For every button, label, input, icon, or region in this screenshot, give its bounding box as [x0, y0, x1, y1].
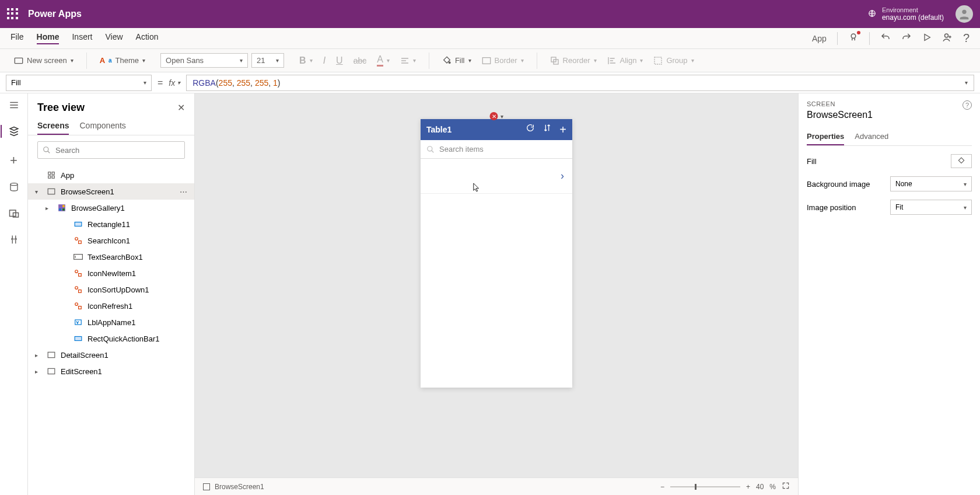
tree-view-title: Tree view [37, 102, 85, 114]
expand-icon[interactable]: ▸ [35, 368, 42, 375]
align-button[interactable]: Align▾ [604, 54, 647, 68]
expand-icon[interactable]: ▸ [46, 205, 52, 211]
menu-file[interactable]: File [10, 32, 24, 44]
device-search[interactable]: Search items [421, 140, 572, 159]
zoom-slider[interactable] [670, 486, 740, 487]
group-button[interactable]: Group▾ [650, 54, 697, 68]
tree-item[interactable]: IconSortUpDown1 [28, 281, 194, 298]
props-tab-advanced[interactable]: Advanced [855, 128, 888, 145]
fill-button[interactable]: Fill▾ [439, 54, 475, 68]
font-color-button[interactable]: A▾ [373, 52, 393, 69]
menu-action[interactable]: Action [136, 32, 159, 44]
expand-icon[interactable]: ▾ [35, 189, 42, 195]
menu-view[interactable]: View [105, 32, 123, 44]
help-icon[interactable]: ? [963, 32, 970, 45]
insert-icon[interactable]: + [10, 153, 18, 168]
tree-item-label: EditScreen1 [61, 367, 102, 376]
formula-input[interactable]: RGBA(255, 255, 255, 1) ▾ [186, 75, 974, 91]
tree-tab-screens[interactable]: Screens [37, 117, 69, 135]
chevron-down-icon: ▾ [71, 57, 74, 64]
svg-point-33 [75, 303, 78, 306]
tree-item[interactable]: ▾BrowseScreen1⋯ [28, 183, 194, 200]
svg-rect-6 [482, 57, 490, 64]
environment-picker[interactable]: Environment enayu.com (default) [868, 6, 944, 22]
svg-rect-25 [75, 222, 82, 226]
tree-item[interactable]: ▸BrowseGallery1 [28, 200, 194, 216]
canvas[interactable]: ✕ ▾ Table1 + Search items › [195, 93, 798, 495]
italic-button[interactable]: I [320, 53, 329, 68]
share-icon[interactable] [942, 32, 953, 45]
tree-item-label: SearchIcon1 [88, 236, 130, 245]
tree-search-input[interactable] [37, 141, 185, 159]
tree-item[interactable]: RectQuickActionBar1 [28, 330, 194, 347]
svg-point-1 [962, 10, 966, 14]
zoom-in-button[interactable]: + [746, 483, 750, 491]
screen-icon [203, 483, 210, 490]
fit-to-window-icon[interactable] [782, 482, 790, 491]
device-title: Table1 [426, 125, 452, 134]
theme-button[interactable]: Aa Theme ▾ [96, 54, 149, 67]
formula-bar: Fill▾ = fx▾ RGBA(255, 255, 255, 1) ▾ [0, 72, 980, 93]
bold-button[interactable]: B▾ [296, 53, 316, 68]
new-screen-button[interactable]: New screen ▾ [10, 54, 77, 67]
strike-button[interactable]: abc [350, 54, 370, 68]
border-button[interactable]: Border▾ [478, 54, 527, 67]
tree-item[interactable]: TextSearchBox1 [28, 249, 194, 265]
media-icon[interactable] [9, 209, 19, 221]
tree-item[interactable]: App [28, 167, 194, 183]
tree-item[interactable]: IconRefresh1 [28, 298, 194, 314]
add-icon[interactable]: + [559, 123, 566, 137]
tree-view-icon[interactable] [9, 126, 19, 139]
menu-insert[interactable]: Insert [72, 32, 92, 44]
props-tab-properties[interactable]: Properties [807, 128, 844, 145]
tree-item-label: IconSortUpDown1 [88, 285, 149, 294]
play-icon[interactable] [922, 33, 932, 44]
app-checker-icon[interactable] [848, 32, 859, 45]
tree-item[interactable]: SearchIcon1 [28, 232, 194, 249]
tree-item[interactable]: IconNewItem1 [28, 265, 194, 281]
svg-point-15 [44, 147, 48, 152]
info-icon[interactable]: ? [963, 100, 972, 110]
tree-item[interactable]: LblAppName1 [28, 314, 194, 330]
bg-image-select[interactable]: None▾ [890, 176, 972, 191]
app-launcher-icon[interactable] [7, 8, 19, 20]
redo-icon[interactable] [901, 32, 912, 45]
svg-rect-9 [654, 57, 662, 64]
image-position-select[interactable]: Fit▾ [890, 200, 972, 215]
undo-icon[interactable] [880, 32, 891, 45]
expand-formula-icon[interactable]: ▾ [965, 79, 968, 86]
zoom-out-button[interactable]: − [660, 483, 664, 491]
sort-icon[interactable] [543, 123, 551, 137]
underline-button[interactable]: U [332, 53, 346, 68]
user-avatar[interactable] [956, 5, 973, 23]
close-icon[interactable]: ✕ [177, 102, 185, 113]
properties-panel: SCREEN BrowseScreen1 ? PropertiesAdvance… [798, 93, 980, 495]
prop-fill-label: Fill [807, 157, 817, 166]
error-indicator[interactable]: ✕ ▾ [490, 112, 503, 120]
fx-icon[interactable]: fx▾ [169, 78, 180, 88]
tree-item[interactable]: ▸DetailScreen1 [28, 347, 194, 363]
tree-item[interactable]: Rectangle11 [28, 216, 194, 232]
tree-item[interactable]: ▸EditScreen1 [28, 363, 194, 379]
text-align-button[interactable]: ▾ [397, 54, 419, 67]
advanced-tools-icon[interactable] [10, 235, 18, 248]
iconctrl-icon [74, 301, 83, 311]
search-field[interactable] [55, 146, 180, 155]
data-icon[interactable] [9, 182, 19, 195]
app-dropdown[interactable]: App [812, 34, 827, 43]
device-preview[interactable]: ✕ ▾ Table1 + Search items › [421, 119, 572, 388]
font-size-select[interactable]: 21▾ [251, 53, 284, 68]
reorder-button[interactable]: Reorder▾ [547, 54, 600, 68]
more-icon[interactable]: ⋯ [180, 187, 187, 196]
menu-home[interactable]: Home [37, 32, 60, 44]
fill-color-button[interactable] [951, 154, 972, 168]
property-select[interactable]: Fill▾ [6, 75, 152, 91]
screen-icon [47, 350, 56, 360]
gallery-row[interactable]: › [421, 159, 572, 194]
refresh-icon[interactable] [526, 123, 535, 137]
tree-tab-components[interactable]: Components [79, 117, 125, 135]
svg-point-29 [75, 270, 78, 273]
font-name-select[interactable]: Open Sans▾ [160, 53, 248, 68]
expand-icon[interactable]: ▸ [35, 352, 42, 358]
hamburger-icon[interactable] [9, 100, 19, 112]
